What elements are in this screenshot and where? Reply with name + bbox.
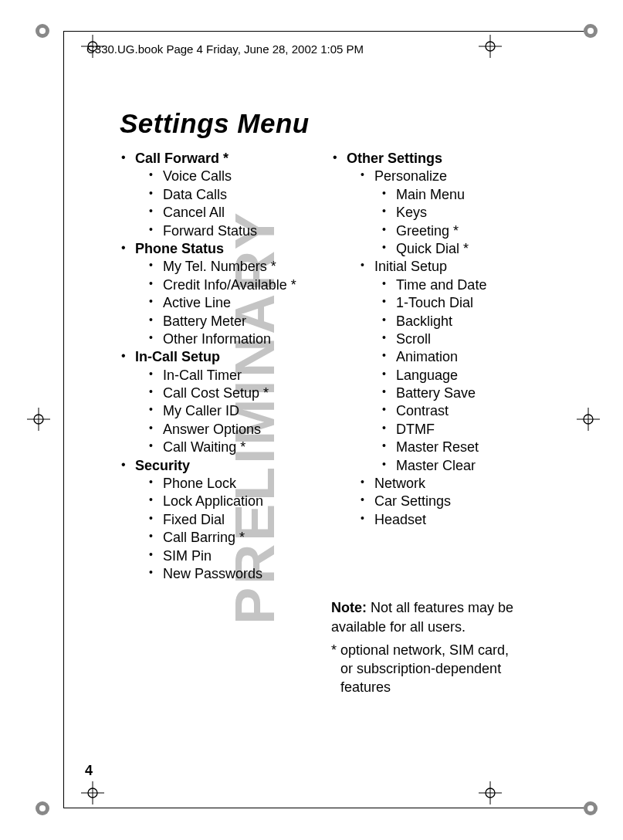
item-label: Network xyxy=(374,476,425,491)
svg-point-1 xyxy=(39,28,46,34)
list-item: Battery Save xyxy=(381,384,523,402)
list-item: Initial SetupTime and Date1-Touch DialBa… xyxy=(359,258,523,475)
list-item: Voice Calls xyxy=(147,168,311,185)
list-item: Forward Status xyxy=(147,222,311,240)
list-item: In-Call Timer xyxy=(147,367,311,384)
list-item: Phone StatusMy Tel. Numbers *Credit Info… xyxy=(120,240,311,348)
cross-mark-icon xyxy=(81,781,104,804)
list-item: Network xyxy=(359,475,523,493)
footnote-text: * optional network, SIM card, or subscri… xyxy=(331,641,523,697)
item-label: Car Settings xyxy=(374,493,451,509)
cross-mark-icon xyxy=(479,781,502,804)
item-label: In-Call Setup xyxy=(135,349,220,364)
list-item: Fixed Dial xyxy=(147,511,311,529)
note-paragraph: Note: Not all features may be available … xyxy=(331,598,523,636)
list-item: Master Reset xyxy=(381,439,523,456)
list-item: Greeting * xyxy=(381,222,523,240)
list-item: Credit Info/Available * xyxy=(147,276,311,294)
item-label: Call Forward * xyxy=(135,151,229,166)
list-item: Master Clear xyxy=(381,457,523,475)
item-label: Security xyxy=(135,458,190,473)
list-item: 1-Touch Dial xyxy=(381,294,523,312)
page-content: Settings Menu Call Forward *Voice CallsD… xyxy=(120,108,523,702)
list-item: Backlight xyxy=(381,313,523,330)
page-number: 4 xyxy=(85,763,93,779)
list-item: Call Waiting * xyxy=(147,439,311,456)
list-item: Lock Application xyxy=(147,493,311,510)
list-item: In-Call SetupIn-Call TimerCall Cost Setu… xyxy=(120,348,311,456)
item-label: Phone Status xyxy=(135,241,224,256)
cross-mark-icon xyxy=(27,408,50,431)
list-item: Quick Dial * xyxy=(381,240,523,258)
item-label: Personalize xyxy=(374,168,447,184)
item-label: Other Settings xyxy=(347,151,442,166)
list-item: Contrast xyxy=(381,402,523,420)
list-item: Scroll xyxy=(381,330,523,348)
list-item: Call Barring * xyxy=(147,529,311,547)
list-item: SecurityPhone LockLock ApplicationFixed … xyxy=(120,457,311,584)
note-label: Note: xyxy=(331,600,367,615)
document-header-line: C330.UG.book Page 4 Friday, June 28, 200… xyxy=(86,42,364,56)
list-item: Other Information xyxy=(147,330,311,348)
cross-mark-icon xyxy=(577,408,600,431)
page-title: Settings Menu xyxy=(120,108,523,139)
crop-line-bottom xyxy=(63,808,597,808)
item-label: Headset xyxy=(374,512,426,527)
list-item: Time and Date xyxy=(381,276,523,294)
list-item: Language xyxy=(381,367,523,384)
list-item: Main Menu xyxy=(381,186,523,204)
list-item: Call Cost Setup * xyxy=(147,384,311,402)
registration-mark-icon xyxy=(583,801,598,816)
list-item: Answer Options xyxy=(147,421,311,439)
list-item: New Passwords xyxy=(147,565,311,583)
list-item: Data Calls xyxy=(147,186,311,204)
list-item: SIM Pin xyxy=(147,547,311,565)
list-item: My Caller ID xyxy=(147,402,311,420)
list-item: Active Line xyxy=(147,294,311,312)
cross-mark-icon xyxy=(479,35,502,58)
list-item: DTMF xyxy=(381,421,523,439)
crop-line-top xyxy=(63,31,597,32)
svg-point-5 xyxy=(39,805,46,811)
list-item: Other SettingsPersonalizeMain MenuKeysGr… xyxy=(331,150,523,529)
list-item: My Tel. Numbers * xyxy=(147,258,311,276)
right-column: Other SettingsPersonalizeMain MenuKeysGr… xyxy=(331,150,523,702)
registration-mark-icon xyxy=(583,23,598,39)
list-item: Keys xyxy=(381,204,523,222)
registration-mark-icon xyxy=(35,801,50,816)
list-item: Headset xyxy=(359,511,523,529)
svg-point-3 xyxy=(587,28,594,34)
left-column: Call Forward *Voice CallsData CallsCance… xyxy=(120,150,311,702)
list-item: Cancel All xyxy=(147,204,311,222)
registration-mark-icon xyxy=(35,23,50,39)
svg-point-7 xyxy=(587,805,594,811)
list-item: Animation xyxy=(381,348,523,366)
list-item: Battery Meter xyxy=(147,313,311,330)
list-item: Car Settings xyxy=(359,493,523,510)
notes-block: Note: Not all features may be available … xyxy=(331,598,523,696)
list-item: PersonalizeMain MenuKeysGreeting *Quick … xyxy=(359,168,523,258)
list-item: Phone Lock xyxy=(147,475,311,493)
list-item: Call Forward *Voice CallsData CallsCance… xyxy=(120,150,311,240)
crop-line-left xyxy=(63,31,64,808)
item-label: Initial Setup xyxy=(374,259,447,274)
